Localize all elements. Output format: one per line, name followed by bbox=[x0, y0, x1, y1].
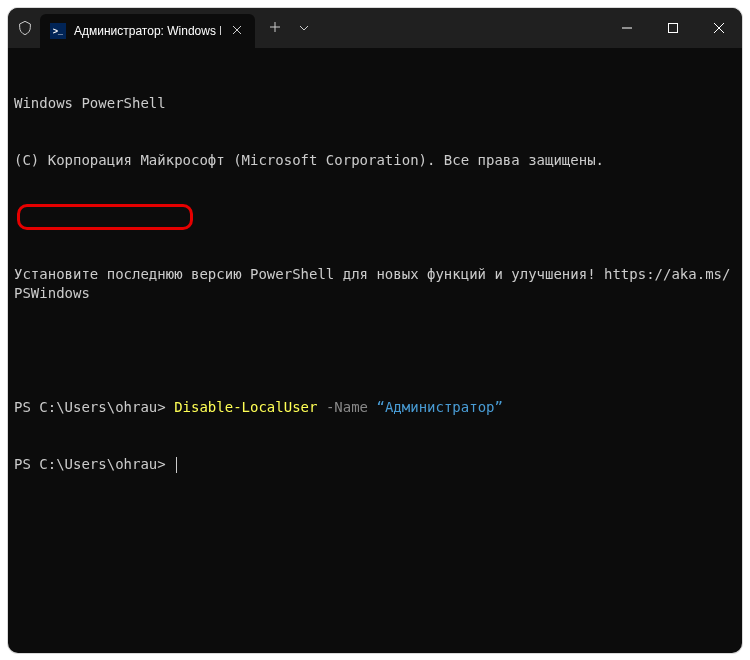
banner-line: Windows PowerShell bbox=[14, 94, 736, 113]
prompt-line: PS C:\Users\ohrau> bbox=[14, 455, 736, 474]
prompt: PS C:\Users\ohrau> bbox=[14, 456, 166, 472]
active-tab[interactable]: >_ Администратор: Windows Po bbox=[40, 14, 255, 48]
upgrade-message: Установите последнюю версию PowerShell д… bbox=[14, 265, 736, 303]
minimize-button[interactable] bbox=[604, 8, 650, 48]
terminal-window: >_ Администратор: Windows Po bbox=[8, 8, 742, 653]
maximize-button[interactable] bbox=[650, 8, 696, 48]
blank-line bbox=[14, 341, 736, 360]
tab-title: Администратор: Windows Po bbox=[74, 24, 221, 38]
svg-rect-5 bbox=[669, 24, 678, 33]
terminal-pane[interactable]: Windows PowerShell (C) Корпорация Майкро… bbox=[8, 48, 742, 653]
cmdlet-token: Disable-LocalUser bbox=[174, 399, 317, 415]
tab-dropdown-button[interactable] bbox=[299, 25, 309, 31]
cursor bbox=[176, 457, 177, 473]
blank-line bbox=[14, 208, 736, 227]
new-tab-button[interactable] bbox=[269, 19, 281, 37]
powershell-icon: >_ bbox=[50, 23, 66, 39]
command-line: PS C:\Users\ohrau> Disable-LocalUser -Na… bbox=[14, 398, 736, 417]
window-controls bbox=[604, 8, 742, 48]
shield-icon bbox=[16, 19, 34, 37]
banner-line: (C) Корпорация Майкрософт (Microsoft Cor… bbox=[14, 151, 736, 170]
close-window-button[interactable] bbox=[696, 8, 742, 48]
param-token: -Name bbox=[326, 399, 368, 415]
tab-close-button[interactable] bbox=[229, 23, 245, 39]
titlebar: >_ Администратор: Windows Po bbox=[8, 8, 742, 48]
prompt: PS C:\Users\ohrau> bbox=[14, 399, 166, 415]
string-token: “Администратор” bbox=[376, 399, 502, 415]
